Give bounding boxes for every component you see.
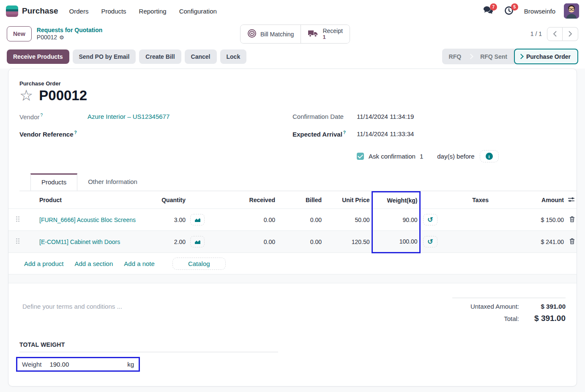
unit-price-cell[interactable]: 120.50	[323, 231, 372, 253]
send-po-by-email-button[interactable]: Send PO by Email	[73, 49, 136, 64]
add-a-section-link[interactable]: Add a section	[74, 260, 113, 267]
help-question-icon: ?	[343, 130, 346, 135]
menu-orders[interactable]: Orders	[69, 8, 89, 15]
unit-price-cell[interactable]: 50.00	[323, 209, 372, 231]
new-button[interactable]: New	[7, 26, 32, 41]
create-bill-button[interactable]: Create Bill	[139, 49, 181, 64]
quantity-cell[interactable]: 3.00	[137, 209, 187, 231]
untaxed-amount-label: Untaxed Amount:	[470, 303, 519, 310]
gear-icon[interactable]: ⚙	[59, 34, 64, 41]
avatar[interactable]	[564, 3, 579, 19]
optional-columns-icon[interactable]	[568, 197, 575, 204]
catalog-button[interactable]: Catalog	[172, 258, 226, 270]
receipt-button[interactable]: Receipt 1	[301, 25, 349, 43]
messages-button[interactable]: 7	[482, 5, 495, 17]
vendor-label: Vendor	[19, 113, 40, 121]
weight-highlight-box: Weight 190.00 kg	[16, 357, 140, 372]
smart-buttons: Bill Matching Receipt 1	[240, 25, 350, 44]
col-header-weight[interactable]: Weight(kg)	[372, 192, 420, 209]
user-name[interactable]: Browseinfo	[524, 8, 555, 15]
delete-line-icon[interactable]	[569, 239, 575, 246]
quantity-cell[interactable]: 2.00	[137, 231, 187, 253]
table-row[interactable]: [E-COM11] Cabinet with Doors 2.00 0.00 0…	[8, 231, 577, 253]
received-cell[interactable]: 0.00	[208, 209, 277, 231]
pager-previous-button[interactable]	[547, 27, 563, 41]
history-icon[interactable]: ↺	[423, 236, 437, 247]
cancel-button[interactable]: Cancel	[185, 49, 217, 64]
weight-cell[interactable]: 90.00	[372, 209, 420, 231]
expected-arrival-value[interactable]: 11/14/2024 11:33:34	[357, 130, 414, 137]
purchase-app-logo[interactable]	[6, 5, 18, 17]
forecast-chart-icon[interactable]	[190, 214, 205, 225]
menu-reporting[interactable]: Reporting	[139, 8, 167, 15]
confirmation-date-value[interactable]: 11/14/2024 11:34:19	[357, 113, 414, 120]
confirmation-date-label: Confirmation Date	[292, 113, 357, 120]
expected-arrival-label: Expected Arrival	[292, 131, 342, 138]
main-menu: Orders Products Reporting Configuration	[69, 8, 217, 15]
statusbar: RFQ RFQ Sent Purchase Order	[442, 49, 578, 64]
chevron-active-icon	[518, 54, 524, 59]
activities-count-badge: 5	[511, 3, 518, 11]
taxes-cell[interactable]	[440, 209, 490, 231]
breadcrumb-parent[interactable]: Requests for Quotation	[37, 27, 103, 34]
amount-cell: $ 241.00	[490, 231, 566, 253]
billed-cell[interactable]: 0.00	[277, 209, 323, 231]
total-weight-section: TOTAL WEIGHT Weight 190.00 kg	[19, 341, 278, 372]
col-header-amount[interactable]: Amount	[490, 192, 566, 209]
chevron-separator-icon	[468, 54, 473, 59]
add-a-note-link[interactable]: Add a note	[124, 260, 155, 267]
taxes-cell[interactable]	[440, 231, 490, 253]
totals-block: Untaxed Amount: $ 391.00 Total: $ 391.00	[452, 298, 566, 327]
purchase-order-form: Purchase Order ☆ P00012 Vendor? Azure In…	[8, 69, 577, 387]
lock-button[interactable]: Lock	[220, 49, 247, 64]
breadcrumb: Requests for Quotation P00012 ⚙	[37, 27, 103, 41]
tab-other-information[interactable]: Other Information	[77, 173, 148, 191]
col-header-billed[interactable]: Billed	[277, 192, 323, 209]
col-header-taxes[interactable]: Taxes	[440, 192, 490, 209]
help-question-icon: ?	[41, 113, 43, 118]
ask-confirmation-days-field[interactable]: 1	[420, 153, 423, 160]
weight-unit: kg	[127, 361, 134, 368]
col-header-unit-price[interactable]: Unit Price	[323, 192, 372, 209]
billed-cell[interactable]: 0.00	[277, 231, 323, 253]
ask-confirmation-checkbox[interactable]	[357, 153, 364, 160]
activities-button[interactable]: 5	[503, 5, 516, 17]
received-cell[interactable]: 0.00	[208, 231, 277, 253]
control-panel: New Requests for Quotation P00012 ⚙ Bill…	[0, 22, 585, 47]
app-title: Purchase	[22, 6, 58, 16]
bill-matching-button[interactable]: Bill Matching	[241, 25, 301, 43]
status-step-purchase-order[interactable]: Purchase Order	[514, 49, 578, 64]
weight-cell[interactable]: 100.00	[372, 231, 420, 253]
favorite-star-icon[interactable]: ☆	[19, 88, 33, 103]
drag-handle-icon[interactable]	[14, 238, 18, 244]
receive-products-button[interactable]: Receive Products	[7, 49, 69, 64]
weight-value-field[interactable]: 190.00	[49, 361, 69, 368]
product-link[interactable]: [FURN_6666] Acoustic Bloc Screens (…	[39, 217, 137, 223]
status-step-rfq[interactable]: RFQ	[442, 49, 468, 64]
col-header-product[interactable]: Product	[24, 192, 137, 209]
forecast-chart-icon[interactable]	[190, 236, 205, 247]
top-navbar: Purchase Orders Products Reporting Confi…	[0, 0, 585, 22]
tab-products[interactable]: Products	[30, 173, 77, 191]
table-header-row: Product Quantity Received Billed Unit Pr…	[8, 192, 577, 209]
history-icon[interactable]: ↺	[423, 214, 437, 225]
status-step-rfq-sent[interactable]: RFQ Sent	[473, 49, 514, 64]
table-row[interactable]: [FURN_6666] Acoustic Bloc Screens (… 3.0…	[8, 209, 577, 231]
messages-count-badge: 7	[490, 3, 497, 11]
form-left-column: Vendor? Azure Interior – US12345677 Vend…	[19, 113, 292, 162]
drag-handle-icon[interactable]	[14, 217, 18, 222]
menu-products[interactable]: Products	[101, 8, 126, 15]
menu-configuration[interactable]: Configuration	[179, 8, 217, 15]
delete-line-icon[interactable]	[569, 217, 575, 224]
terms-and-conditions-field[interactable]: Define your terms and conditions ...	[19, 298, 122, 327]
col-header-received[interactable]: Received	[208, 192, 277, 209]
pager-next-button[interactable]	[563, 27, 578, 41]
page-content: Purchase Order ☆ P00012 Vendor? Azure In…	[0, 69, 585, 392]
add-a-product-link[interactable]: Add a product	[24, 260, 63, 267]
col-header-quantity[interactable]: Quantity	[137, 192, 187, 209]
info-icon: i	[486, 153, 493, 160]
product-link[interactable]: [E-COM11] Cabinet with Doors	[39, 238, 120, 245]
breadcrumb-current: P00012	[37, 34, 57, 41]
confirmation-info-button[interactable]: i	[480, 150, 499, 162]
vendor-value-link[interactable]: Azure Interior – US12345677	[87, 113, 169, 120]
